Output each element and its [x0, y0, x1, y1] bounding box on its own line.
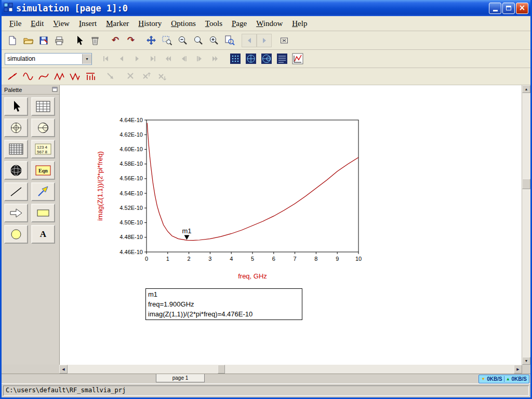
svg-text:4.52E-10: 4.52E-10	[119, 205, 143, 211]
zoom-fit-button[interactable]	[221, 33, 237, 48]
vertical-scroll-thumb[interactable]	[522, 179, 530, 189]
menu-edit[interactable]: Edit	[26, 18, 48, 29]
menu-window[interactable]: Window	[251, 18, 287, 29]
trace-valley-button[interactable]	[67, 69, 83, 84]
palette-smith-chart[interactable]	[31, 118, 55, 137]
palette-text[interactable]: A	[31, 225, 55, 244]
trace-x-2-button[interactable]	[139, 69, 154, 84]
go-next-button[interactable]	[129, 51, 145, 66]
close-button[interactable]: ×	[516, 3, 528, 14]
open-button[interactable]	[20, 33, 36, 48]
vertical-scroll-track[interactable]	[522, 93, 530, 357]
view-select[interactable]: simulation ▼	[5, 53, 92, 65]
new-button[interactable]	[5, 33, 20, 48]
marker-readout-box[interactable]: m1 freq=1.900GHz imag(Z(1,1))/(2*pi*freq…	[145, 288, 302, 320]
zoom-area-button[interactable]	[159, 33, 175, 48]
scroll-down-button[interactable]: ▼	[522, 357, 530, 365]
menu-view[interactable]: View	[48, 18, 74, 29]
toolbar-trace	[2, 68, 530, 85]
insert-smith-chart-button[interactable]	[259, 51, 274, 66]
text-tool-icon: A	[40, 229, 46, 240]
pointer-icon	[9, 100, 23, 113]
trace-x-1-button[interactable]	[123, 69, 139, 84]
canvas[interactable]: 4.46E-104.48E-104.50E-104.52E-104.54E-10…	[60, 85, 522, 365]
palette-eqn[interactable]: Eqn	[31, 161, 55, 180]
minimize-button[interactable]	[489, 3, 501, 14]
horizontal-scroll-track[interactable]	[68, 365, 514, 374]
toolbar-separator	[223, 50, 228, 68]
step-first-button[interactable]	[161, 51, 176, 66]
palette-line[interactable]	[4, 182, 28, 201]
redo-button[interactable]: ↷	[123, 33, 139, 48]
svg-text:6: 6	[272, 256, 275, 262]
horizontal-scrollbar[interactable]: ◀ ▶	[59, 365, 522, 374]
trace-x-icon	[126, 71, 136, 82]
zoom-in-button[interactable]	[206, 33, 221, 48]
insert-rect-plot-button[interactable]	[228, 51, 243, 66]
zoom-reset-button[interactable]	[190, 33, 206, 48]
net-monitor-divider	[504, 376, 504, 382]
scroll-right-button[interactable]: ▶	[514, 365, 522, 374]
zoom-out-button[interactable]	[175, 33, 190, 48]
delete-button[interactable]	[87, 33, 103, 48]
forward-button[interactable]	[257, 34, 272, 47]
menu-options[interactable]: Options	[166, 18, 201, 29]
polar-plot-icon	[9, 122, 23, 134]
step-next-button[interactable]	[192, 51, 207, 66]
step-prev-button[interactable]	[176, 51, 192, 66]
insert-list-plot-button[interactable]	[274, 51, 290, 66]
palette-rectangle[interactable]	[31, 204, 55, 222]
toolbar-separator	[118, 68, 123, 85]
trace-peak-button[interactable]	[51, 69, 67, 84]
vertical-scrollbar[interactable]: ▲ ▼	[522, 85, 530, 365]
menu-history[interactable]: History	[134, 18, 166, 29]
scroll-up-button[interactable]: ▲	[522, 85, 530, 93]
scroll-left-button[interactable]: ◀	[59, 365, 68, 374]
go-last-button[interactable]	[145, 51, 161, 66]
close-window-button[interactable]	[276, 33, 292, 48]
horizontal-scrollbar-row: ◀ ▶	[2, 365, 530, 374]
palette-pointer[interactable]	[4, 97, 28, 116]
trace-sine-button[interactable]	[20, 69, 36, 84]
menu-file[interactable]: File	[5, 18, 26, 29]
trace-arrow-button[interactable]	[103, 69, 118, 84]
menu-page[interactable]: Page	[227, 18, 251, 29]
menu-marker[interactable]: Marker	[101, 18, 134, 29]
maximize-button[interactable]	[502, 3, 515, 14]
step-last-button[interactable]	[207, 51, 223, 66]
menu-tools[interactable]: Tools	[201, 18, 227, 29]
palette-circle[interactable]	[4, 225, 28, 244]
go-prev-button[interactable]	[114, 51, 129, 66]
palette-rect-plot[interactable]	[31, 97, 55, 116]
palette-float-button[interactable]	[52, 87, 58, 93]
palette-list-plot[interactable]: 123 4567 8	[31, 140, 55, 158]
pointer-button[interactable]	[72, 33, 87, 48]
palette-arrow[interactable]	[31, 182, 55, 201]
back-button[interactable]	[242, 34, 257, 47]
marker-freq: freq=1.900GHz	[148, 299, 300, 309]
svg-text:5: 5	[251, 256, 254, 262]
insert-plot-trace-button[interactable]	[290, 51, 305, 66]
palette-arrow-outline[interactable]	[4, 204, 28, 222]
save-button[interactable]	[36, 33, 51, 48]
toolbar-main: ↶ ↷	[2, 31, 530, 50]
trace-spectral-button[interactable]	[83, 69, 98, 84]
insert-polar-plot-button[interactable]	[243, 51, 259, 66]
palette-3d-plot[interactable]	[4, 161, 28, 180]
chart[interactable]: 4.46E-104.48E-104.50E-104.52E-104.54E-10…	[60, 85, 522, 365]
trace-scatter-button[interactable]	[5, 69, 20, 84]
svg-text:7: 7	[294, 256, 297, 262]
go-first-button[interactable]	[98, 51, 114, 66]
menu-insert[interactable]: Insert	[74, 18, 101, 29]
undo-button[interactable]: ↶	[108, 33, 123, 48]
menu-help[interactable]: Help	[287, 18, 312, 29]
page-tab[interactable]: page 1	[156, 374, 205, 382]
move-button[interactable]	[143, 33, 159, 48]
trace-spline-button[interactable]	[36, 69, 51, 84]
trace-x-3-button[interactable]	[154, 69, 170, 84]
palette-polar-plot[interactable]	[4, 118, 28, 137]
palette-stacked-plot[interactable]	[4, 140, 28, 158]
combo-dropdown-button[interactable]: ▼	[82, 54, 91, 64]
print-button[interactable]	[51, 33, 67, 48]
horizontal-scroll-thumb[interactable]	[218, 365, 225, 374]
